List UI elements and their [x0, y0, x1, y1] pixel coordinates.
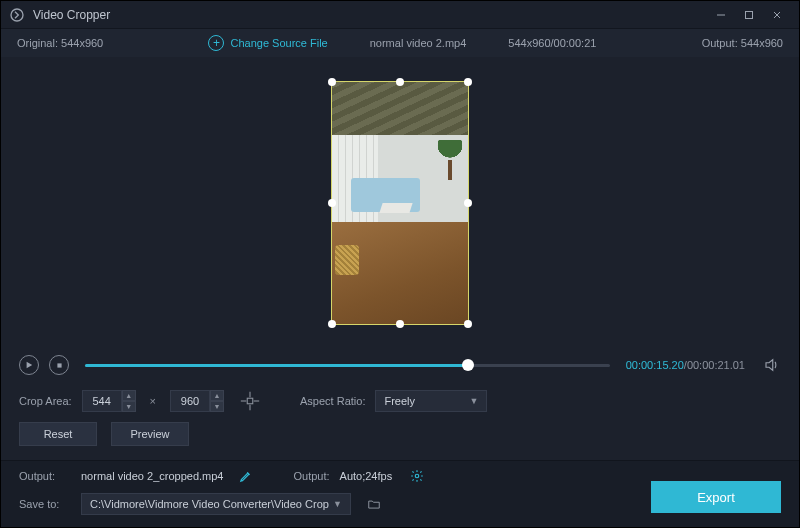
- saveto-path: C:\Vidmore\Vidmore Video Converter\Video…: [90, 498, 329, 510]
- footer: Output: normal video 2_cropped.mp4 Outpu…: [1, 460, 799, 527]
- video-preview: [332, 82, 468, 324]
- preview-stage: [1, 57, 799, 348]
- minimize-button[interactable]: [707, 5, 735, 25]
- titlebar: Video Cropper: [1, 1, 799, 29]
- app-title: Video Cropper: [33, 8, 110, 22]
- crop-height-down[interactable]: ▼: [210, 401, 224, 412]
- output-file-label: Output:: [19, 470, 71, 482]
- transport-bar: 00:00:15.20/00:00:21.01: [1, 348, 799, 382]
- crop-width-field[interactable]: [82, 390, 122, 412]
- crop-area-label: Crop Area:: [19, 395, 72, 407]
- output-format-value: Auto;24fps: [340, 470, 393, 482]
- output-dimensions: Output: 544x960: [702, 37, 783, 49]
- info-strip: Original: 544x960 + Change Source File n…: [1, 29, 799, 57]
- seek-slider[interactable]: [85, 355, 610, 375]
- crop-handle-se[interactable]: [464, 320, 472, 328]
- crop-handle-s[interactable]: [396, 320, 404, 328]
- crop-handle-n[interactable]: [396, 78, 404, 86]
- seek-thumb[interactable]: [462, 359, 474, 371]
- output-format-label: Output:: [293, 470, 329, 482]
- crop-height-input[interactable]: ▲ ▼: [170, 390, 224, 412]
- reset-button[interactable]: Reset: [19, 422, 97, 446]
- svg-point-12: [415, 474, 419, 478]
- crop-handle-ne[interactable]: [464, 78, 472, 86]
- chevron-down-icon: ▼: [470, 396, 479, 406]
- preview-button[interactable]: Preview: [111, 422, 189, 446]
- crop-controls: Crop Area: ▲ ▼ × ▲ ▼ Aspect Ratio: Freel…: [1, 382, 799, 416]
- crop-handle-w[interactable]: [328, 199, 336, 207]
- aspect-ratio-select[interactable]: Freely ▼: [375, 390, 487, 412]
- timecode: 00:00:15.20/00:00:21.01: [626, 359, 745, 371]
- center-crop-icon[interactable]: [238, 390, 262, 412]
- svg-rect-11: [247, 398, 253, 404]
- crop-width-down[interactable]: ▼: [122, 401, 136, 412]
- saveto-select[interactable]: C:\Vidmore\Vidmore Video Converter\Video…: [81, 493, 351, 515]
- aspect-ratio-value: Freely: [384, 395, 415, 407]
- crop-height-up[interactable]: ▲: [210, 390, 224, 401]
- change-source-button[interactable]: + Change Source File: [208, 35, 327, 51]
- export-button[interactable]: Export: [651, 481, 781, 513]
- output-filename: normal video 2_cropped.mp4: [81, 470, 223, 482]
- maximize-button[interactable]: [735, 5, 763, 25]
- saveto-label: Save to:: [19, 498, 71, 510]
- crop-height-field[interactable]: [170, 390, 210, 412]
- play-button[interactable]: [19, 355, 39, 375]
- svg-rect-6: [57, 363, 61, 367]
- stop-button[interactable]: [49, 355, 69, 375]
- crop-handle-e[interactable]: [464, 199, 472, 207]
- change-source-label: Change Source File: [230, 37, 327, 49]
- app-window: Video Cropper Original: 544x960 + Change…: [0, 0, 800, 528]
- volume-icon[interactable]: [763, 356, 781, 374]
- svg-marker-5: [27, 362, 33, 368]
- action-buttons: Reset Preview: [1, 416, 799, 460]
- aspect-ratio-label: Aspect Ratio:: [300, 395, 365, 407]
- edit-filename-icon[interactable]: [239, 469, 253, 483]
- source-filename: normal video 2.mp4: [370, 37, 467, 49]
- crop-handle-nw[interactable]: [328, 78, 336, 86]
- output-settings-icon[interactable]: [410, 469, 424, 483]
- close-button[interactable]: [763, 5, 791, 25]
- plus-circle-icon: +: [208, 35, 224, 51]
- original-dimensions: Original: 544x960: [17, 37, 103, 49]
- current-time: 00:00:15.20: [626, 359, 684, 371]
- chevron-down-icon: ▼: [333, 499, 342, 509]
- svg-rect-2: [746, 11, 753, 18]
- dimension-separator: ×: [146, 395, 160, 407]
- crop-box[interactable]: [331, 81, 469, 325]
- app-icon: [9, 7, 25, 23]
- open-folder-icon[interactable]: [367, 497, 381, 511]
- total-time: 00:00:21.01: [687, 359, 745, 371]
- crop-width-up[interactable]: ▲: [122, 390, 136, 401]
- source-dims-duration: 544x960/00:00:21: [508, 37, 596, 49]
- crop-width-input[interactable]: ▲ ▼: [82, 390, 136, 412]
- crop-handle-sw[interactable]: [328, 320, 336, 328]
- svg-point-0: [11, 9, 23, 21]
